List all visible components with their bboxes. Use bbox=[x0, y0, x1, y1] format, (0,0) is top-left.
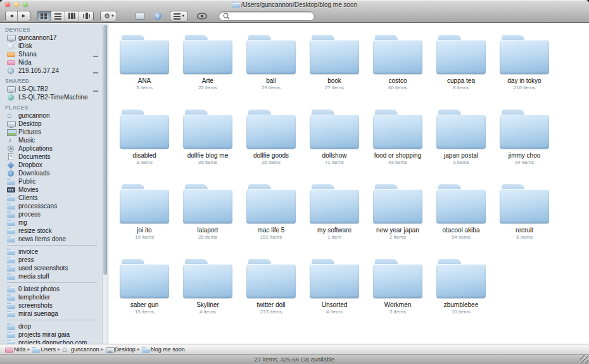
sidebar-item-ls-ql7b2[interactable]: LS-QL7B2 bbox=[0, 85, 102, 93]
file-item[interactable]: Workmen3 items bbox=[366, 256, 429, 331]
sidebar-item-projects-mirai-gaia[interactable]: projects mirai gaia bbox=[0, 330, 102, 339]
screen-share-button[interactable] bbox=[134, 11, 147, 22]
action-menu-button[interactable]: ⚙ ▾ bbox=[100, 11, 117, 22]
quick-look-button[interactable] bbox=[194, 11, 210, 22]
column-view-button[interactable] bbox=[65, 11, 79, 21]
forward-button[interactable]: ▶ bbox=[18, 11, 30, 21]
sidebar-item-nida[interactable]: Nida bbox=[0, 58, 102, 66]
sidebar-item-label: media stuff bbox=[18, 273, 49, 280]
file-name: lalaport bbox=[176, 227, 239, 234]
sidebar-item-clients[interactable]: Clients bbox=[0, 194, 102, 202]
search-input[interactable] bbox=[232, 13, 310, 20]
path-item-desktop[interactable]: Desktop bbox=[106, 346, 136, 353]
file-item[interactable]: Arte22 items bbox=[176, 32, 239, 107]
file-item[interactable]: twitter doll273 items bbox=[239, 256, 303, 331]
file-item[interactable]: joi ito19 items bbox=[113, 182, 176, 256]
path-item-guncannon[interactable]: guncannon bbox=[62, 346, 99, 353]
sidebar-item-resize-stock[interactable]: resize stock bbox=[0, 227, 102, 235]
minimize-button[interactable] bbox=[14, 2, 19, 7]
file-item[interactable]: mac life 5152 items bbox=[239, 182, 303, 256]
sidebar-item-media-stuff[interactable]: media stuff bbox=[0, 272, 102, 280]
file-item[interactable]: dollfie blog me29 items bbox=[176, 107, 239, 182]
file-item[interactable]: japan postal3 items bbox=[429, 107, 493, 182]
file-item[interactable]: day in tokyo210 items bbox=[493, 32, 556, 107]
list-view-button[interactable] bbox=[51, 11, 65, 21]
sidebar-item-pictures[interactable]: Pictures bbox=[0, 128, 102, 136]
sidebar-item-ls-ql7b2-timemachine[interactable]: LS-QL7B2-TimeMachine bbox=[0, 93, 102, 101]
sidebar-item-screenshots[interactable]: screenshots bbox=[0, 301, 102, 310]
file-item-count: 3 items bbox=[113, 160, 176, 165]
file-item[interactable]: cuppa tea8 items bbox=[429, 32, 493, 107]
sidebar-item-projects-dannychoo-com[interactable]: projects dannychoo.com bbox=[0, 339, 102, 344]
icon-view-button[interactable] bbox=[37, 11, 51, 21]
file-item[interactable]: my software1 item bbox=[303, 182, 366, 256]
file-item[interactable]: costco60 items bbox=[366, 32, 429, 107]
file-item[interactable]: ball29 items bbox=[239, 32, 303, 107]
sidebar-scrollbar[interactable] bbox=[102, 23, 108, 344]
sidebar-item-desktop[interactable]: Desktop bbox=[0, 120, 102, 128]
path-item-users[interactable]: Users bbox=[32, 346, 56, 353]
sidebar-item-shana[interactable]: Shana bbox=[0, 50, 102, 58]
file-item[interactable]: saber gun15 items bbox=[113, 256, 176, 331]
path-item-nida[interactable]: Nida bbox=[5, 346, 26, 353]
file-item[interactable]: jimmy choo34 items bbox=[493, 107, 556, 182]
search-field[interactable] bbox=[218, 11, 315, 21]
file-item[interactable]: Skyliner4 items bbox=[176, 256, 239, 331]
close-button[interactable] bbox=[5, 2, 10, 7]
sidebar-item-news-items-done[interactable]: news items done bbox=[0, 235, 102, 243]
file-name: Workmen bbox=[366, 301, 429, 308]
sidebar-item-idisk[interactable]: iDisk bbox=[0, 42, 102, 50]
file-item[interactable]: otacool akiba54 items bbox=[429, 182, 493, 256]
sidebar-item-music[interactable]: Music bbox=[0, 136, 102, 144]
eject-icon[interactable] bbox=[92, 52, 98, 57]
sidebar-item-guncannon17[interactable]: guncannon17 bbox=[0, 34, 102, 42]
file-item-count: 71 items bbox=[303, 160, 366, 165]
sidebar-item-label: Desktop bbox=[18, 120, 42, 127]
sidebar-item-guncannon[interactable]: guncannon bbox=[0, 111, 102, 120]
eject-icon[interactable] bbox=[92, 87, 98, 92]
file-item[interactable]: dollfie goods26 items bbox=[239, 107, 303, 182]
sidebar-item-press[interactable]: press bbox=[0, 256, 102, 264]
title-folder-icon bbox=[232, 1, 239, 8]
title-bar[interactable]: /Users/guncannon/Desktop/blog me soon bbox=[0, 0, 589, 9]
sidebar-item-mg[interactable]: mg bbox=[0, 218, 102, 227]
sidebar-item-processscans[interactable]: processscans bbox=[0, 202, 102, 210]
sidebar-item-process[interactable]: process bbox=[0, 210, 102, 218]
sidebar-item-tempholder[interactable]: tempholder bbox=[0, 293, 102, 301]
file-item[interactable]: recruit6 items bbox=[493, 182, 556, 256]
sidebar-item-movies[interactable]: Movies bbox=[0, 185, 102, 194]
get-info-button[interactable]: i bbox=[152, 11, 163, 22]
sidebar-item-drop[interactable]: drop bbox=[0, 322, 102, 330]
eject-icon[interactable] bbox=[92, 68, 98, 73]
zoom-button[interactable] bbox=[23, 2, 28, 7]
file-item[interactable]: new year japan2 items bbox=[366, 182, 429, 256]
file-item[interactable]: disabled3 items bbox=[113, 107, 176, 182]
sidebar-item-219-105-37-24[interactable]: 219.105.37.24 bbox=[0, 66, 102, 75]
file-item[interactable]: book27 items bbox=[303, 32, 366, 107]
file-item[interactable]: lalaport28 items bbox=[176, 182, 239, 256]
sidebar-item-public[interactable]: Public bbox=[0, 177, 102, 185]
back-button[interactable]: ◀ bbox=[6, 11, 18, 21]
sidebar-item-invoice[interactable]: invoice bbox=[0, 248, 102, 256]
file-item[interactable]: Unsorted4 items bbox=[303, 256, 366, 331]
file-item[interactable]: dollshow71 items bbox=[303, 107, 366, 182]
sidebar-item-documents[interactable]: Documents bbox=[0, 153, 102, 161]
path-item-blog-me-soon[interactable]: blog me soon bbox=[142, 346, 185, 353]
sidebar-item-dropbox[interactable]: Dropbox bbox=[0, 161, 102, 169]
file-item-count: 60 items bbox=[366, 85, 429, 91]
sidebar-item-0-latest-photos[interactable]: 0 latest photos bbox=[0, 285, 102, 293]
file-item[interactable]: food or shopping43 items bbox=[366, 107, 429, 182]
coverflow-view-button[interactable] bbox=[79, 11, 93, 21]
resize-grip[interactable] bbox=[580, 355, 588, 363]
sidebar-item-applications[interactable]: Applications bbox=[0, 144, 102, 153]
file-item[interactable]: ANA3 items bbox=[113, 32, 176, 107]
sidebar-item-mirai-suenaga[interactable]: mirai suenaga bbox=[0, 310, 102, 318]
file-item[interactable]: zbumblebee10 items bbox=[429, 256, 493, 331]
file-item-count: 26 items bbox=[239, 160, 303, 165]
arrange-menu-button[interactable]: ▾ bbox=[170, 11, 188, 22]
folder-icon bbox=[7, 302, 15, 310]
file-name: mac life 5 bbox=[239, 227, 303, 234]
sidebar-item-used-screenshots[interactable]: used screenshots bbox=[0, 264, 102, 272]
scrollbar-thumb[interactable] bbox=[103, 25, 107, 275]
sidebar-item-downloads[interactable]: Downloads bbox=[0, 169, 102, 177]
